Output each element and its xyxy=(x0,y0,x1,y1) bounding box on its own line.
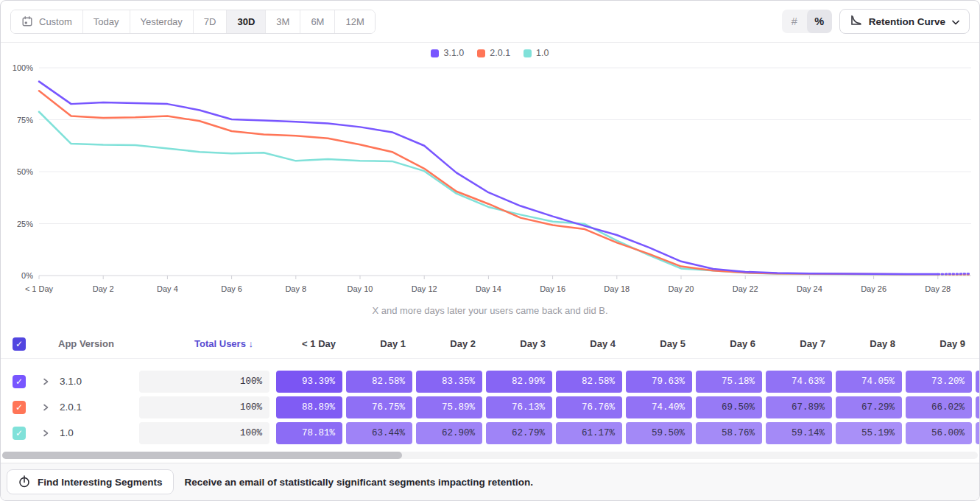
day-column-header: Day 4 xyxy=(556,329,622,359)
svg-text:25%: 25% xyxy=(17,220,33,228)
svg-text:Day 6: Day 6 xyxy=(221,284,242,293)
svg-text:Day 14: Day 14 xyxy=(476,284,501,293)
retention-cell[interactable]: 74.63% xyxy=(766,371,832,393)
svg-text:Day 2: Day 2 xyxy=(93,284,114,293)
retention-cell[interactable]: 62.90% xyxy=(416,422,482,444)
table-row-2.0.1: ✓2.0.1100%88.89%76.75%75.89%76.13%76.76%… xyxy=(1,396,979,418)
retention-cell[interactable]: 74.40% xyxy=(626,396,692,418)
retention-cell-clipped xyxy=(976,422,980,444)
day-column-header: Day 6 xyxy=(696,329,762,359)
day-column-header: Day 7 xyxy=(766,329,832,359)
row-checkbox[interactable]: ✓ xyxy=(13,427,26,440)
date-range-label: 30D xyxy=(237,16,255,27)
chevron-right-icon[interactable] xyxy=(43,402,49,416)
row-label: 1.0 xyxy=(60,422,74,444)
retention-chart[interactable]: 0%25%50%75%100%< 1 DayDay 2Day 4Day 6Day… xyxy=(1,43,979,297)
date-range-3m[interactable]: 3M xyxy=(266,10,300,33)
retention-cell[interactable]: 56.00% xyxy=(906,422,972,444)
retention-cell[interactable]: 88.89% xyxy=(276,396,342,418)
calendar-icon xyxy=(21,15,33,27)
chart-type-dropdown[interactable]: Retention Curve xyxy=(839,9,970,34)
table-row-3.1.0: ✓3.1.0100%93.39%82.58%83.35%82.99%82.58%… xyxy=(1,371,979,393)
row-checkbox[interactable]: ✓ xyxy=(13,375,26,388)
retention-cell[interactable]: 82.58% xyxy=(556,371,622,393)
legend-item-2.0.1[interactable]: 2.0.1 xyxy=(477,48,510,58)
retention-cell[interactable]: 59.14% xyxy=(766,422,832,444)
find-interesting-segments-button[interactable]: Find Interesting Segments xyxy=(7,469,174,494)
legend-swatch xyxy=(431,49,439,57)
retention-cell[interactable]: 76.13% xyxy=(486,396,552,418)
total-users-sort-header[interactable]: Total Users ↓ xyxy=(139,329,253,359)
retention-cell[interactable]: 61.17% xyxy=(556,422,622,444)
svg-text:Day 18: Day 18 xyxy=(604,284,630,293)
row-checkbox[interactable]: ✓ xyxy=(13,401,26,414)
legend-label: 1.0 xyxy=(536,48,549,58)
chart-type-label: Retention Curve xyxy=(869,16,945,27)
legend-item-3.1.0[interactable]: 3.1.0 xyxy=(431,48,464,58)
retention-cell[interactable]: 63.44% xyxy=(346,422,412,444)
svg-text:Day 12: Day 12 xyxy=(412,284,437,293)
retention-cell[interactable]: 78.81% xyxy=(276,422,342,444)
retention-cell[interactable]: 75.18% xyxy=(696,371,762,393)
retention-cell[interactable]: 66.02% xyxy=(906,396,972,418)
date-range-7d[interactable]: 7D xyxy=(194,10,228,33)
day-column-header: Day 8 xyxy=(836,329,902,359)
retention-cell[interactable]: 67.89% xyxy=(766,396,832,418)
svg-text:Day 10: Day 10 xyxy=(348,284,373,293)
row-label: 3.1.0 xyxy=(60,371,82,393)
format-percent-option[interactable]: % xyxy=(807,10,832,33)
legend-item-1.0[interactable]: 1.0 xyxy=(524,48,549,58)
day-column-header: Day 9 xyxy=(906,329,972,359)
row-label: 2.0.1 xyxy=(60,396,82,418)
retention-cell[interactable]: 59.50% xyxy=(626,422,692,444)
svg-text:75%: 75% xyxy=(17,116,33,125)
retention-cell-clipped xyxy=(976,371,980,393)
retention-cell[interactable]: 83.35% xyxy=(416,371,482,393)
date-range-label: 12M xyxy=(345,16,364,27)
total-users-cell: 100% xyxy=(139,371,269,393)
retention-cell[interactable]: 76.76% xyxy=(556,396,622,418)
day-column-header: Day 5 xyxy=(626,329,692,359)
retention-cell[interactable]: 73.20% xyxy=(906,371,972,393)
date-range-12m[interactable]: 12M xyxy=(335,10,374,33)
retention-cell[interactable]: 82.99% xyxy=(486,371,552,393)
scrollbar-thumb[interactable] xyxy=(2,452,402,459)
day-column-header: Day 1 xyxy=(346,329,412,359)
date-range-6m[interactable]: 6M xyxy=(300,10,335,33)
value-format-toggle: # % xyxy=(782,10,832,33)
legend-label: 2.0.1 xyxy=(490,48,510,58)
date-range-custom[interactable]: Custom xyxy=(11,10,83,33)
retention-cell[interactable]: 62.79% xyxy=(486,422,552,444)
toolbar-right: # % Retention Curve xyxy=(782,9,970,34)
total-users-cell: 100% xyxy=(139,396,269,418)
total-users-cell: 100% xyxy=(139,422,269,444)
retention-cell[interactable]: 93.39% xyxy=(276,371,342,393)
date-range-label: 6M xyxy=(311,16,324,27)
svg-text:Day 26: Day 26 xyxy=(861,284,886,293)
footer-message: Receive an email of statistically signif… xyxy=(185,477,533,488)
retention-cell[interactable]: 69.50% xyxy=(696,396,762,418)
svg-text:Day 28: Day 28 xyxy=(925,284,951,293)
toolbar: CustomTodayYesterday7D30D3M6M12M # % Ret… xyxy=(1,1,979,43)
retention-cell[interactable]: 55.19% xyxy=(836,422,902,444)
retention-cell[interactable]: 79.63% xyxy=(626,371,692,393)
svg-text:100%: 100% xyxy=(13,63,33,72)
chevron-right-icon[interactable] xyxy=(43,376,49,390)
table-body: ✓3.1.0100%93.39%82.58%83.35%82.99%82.58%… xyxy=(1,359,979,448)
date-range-today[interactable]: Today xyxy=(83,10,130,33)
select-all-checkbox[interactable]: ✓ xyxy=(13,337,26,351)
retention-cell[interactable]: 67.29% xyxy=(836,396,902,418)
retention-cell[interactable]: 74.05% xyxy=(836,371,902,393)
format-number-option[interactable]: # xyxy=(782,10,807,33)
retention-cell[interactable]: 58.76% xyxy=(696,422,762,444)
date-range-30d[interactable]: 30D xyxy=(227,10,266,33)
svg-text:Day 8: Day 8 xyxy=(285,284,306,293)
date-range-label: 7D xyxy=(204,16,216,27)
retention-cell[interactable]: 76.75% xyxy=(346,396,412,418)
date-range-yesterday[interactable]: Yesterday xyxy=(130,10,194,33)
chevron-down-icon xyxy=(952,16,959,27)
retention-cell[interactable]: 82.58% xyxy=(346,371,412,393)
chevron-right-icon[interactable] xyxy=(43,427,49,442)
retention-cell[interactable]: 75.89% xyxy=(416,396,482,418)
day-column-header: Day 2 xyxy=(416,329,482,359)
